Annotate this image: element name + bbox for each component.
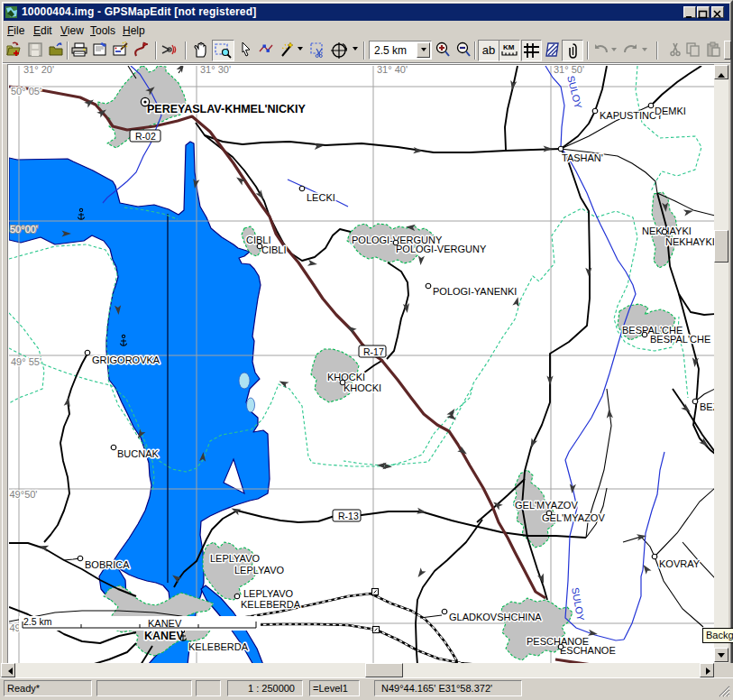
svg-text:BOBRICA: BOBRICA [85, 559, 130, 570]
svg-text:31° 30': 31° 30' [200, 66, 231, 75]
svg-text:2.5 km: 2.5 km [23, 616, 52, 627]
svg-text:R-02: R-02 [135, 131, 156, 142]
svg-text:31° 40': 31° 40' [377, 66, 408, 75]
svg-text:49° 55': 49° 55' [11, 356, 41, 367]
svg-text:POLOGI-VERGUNY: POLOGI-VERGUNY [396, 244, 487, 254]
svg-text:NEKHAYKI: NEKHAYKI [665, 236, 714, 247]
svg-text:50° 05': 50° 05' [11, 86, 41, 97]
svg-text:SULOY: SULOY [565, 75, 584, 111]
svg-text:PEREYASLAV-KHMEL'NICKIY: PEREYASLAV-KHMEL'NICKIY [147, 103, 307, 115]
svg-text:ESCHANOE: ESCHANOE [560, 645, 616, 656]
svg-text:49°50': 49°50' [10, 489, 38, 500]
svg-text:BEZ: BEZ [700, 401, 714, 412]
svg-text:BESPAL'CHE: BESPAL'CHE [650, 334, 710, 345]
svg-text:DEMKI: DEMKI [655, 106, 686, 116]
svg-text:KANEV: KANEV [144, 630, 184, 642]
svg-text:31° 50': 31° 50' [554, 66, 584, 75]
svg-text:KELEBERDA: KELEBERDA [241, 599, 301, 610]
svg-text:SULOY: SULOY [570, 586, 586, 622]
svg-text:KOVRAY: KOVRAY [659, 558, 701, 569]
svg-text:GLADKOVSHCHINA: GLADKOVSHCHINA [449, 612, 542, 622]
svg-text:KHOCKI: KHOCKI [344, 382, 381, 393]
svg-text:KELEBERDA: KELEBERDA [188, 641, 249, 652]
svg-text:CIBLI: CIBLI [261, 244, 287, 255]
svg-text:LEPLYAVO: LEPLYAVO [234, 565, 284, 576]
svg-text:R-13: R-13 [338, 511, 359, 521]
svg-text:POLOGI-YANENKI: POLOGI-YANENKI [433, 286, 517, 297]
svg-text:31° 20': 31° 20' [23, 66, 54, 75]
svg-text:LEPLYAVO: LEPLYAVO [243, 588, 293, 599]
svg-text:LEPLYAVO: LEPLYAVO [210, 553, 260, 564]
svg-text:LECKI: LECKI [307, 192, 335, 203]
svg-text:GRIGOROVKA: GRIGOROVKA [92, 355, 160, 365]
svg-text:BUCNAK: BUCNAK [117, 448, 160, 459]
svg-text:KANEV: KANEV [148, 618, 182, 629]
svg-text:R-17: R-17 [363, 346, 384, 357]
svg-text:TASHAN': TASHAN' [562, 152, 603, 163]
svg-text:KM: KM [503, 43, 515, 51]
svg-text:KHOCKI: KHOCKI [327, 372, 365, 382]
svg-text:50°00': 50°00' [10, 224, 38, 235]
svg-text:GEL'MYAZOV: GEL'MYAZOV [515, 500, 578, 511]
